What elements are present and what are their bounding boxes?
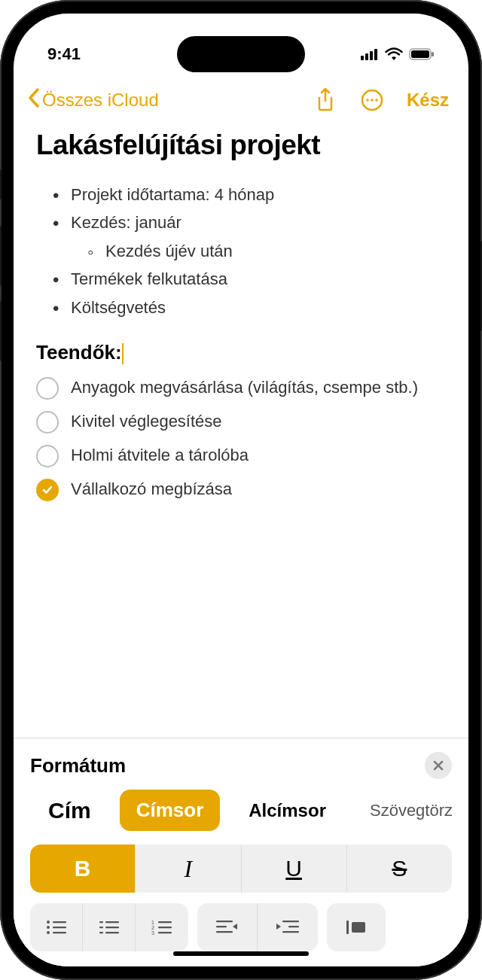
svg-point-9 (371, 99, 374, 102)
back-button[interactable]: Összes iCloud (27, 87, 159, 113)
bullet-item: Költségvetés (53, 294, 446, 321)
bold-button[interactable]: B (30, 845, 136, 893)
svg-rect-29 (216, 921, 233, 922)
svg-rect-20 (105, 927, 119, 928)
bullet-item: Kezdés: január Kezdés újév után (53, 208, 446, 265)
bullet-item: Termékek felkutatása (53, 265, 446, 293)
section-heading: Teendők: (36, 341, 124, 364)
style-heading-button[interactable]: Címsor (120, 790, 221, 831)
bulleted-list-button[interactable] (30, 903, 83, 951)
svg-rect-5 (411, 50, 429, 58)
text-style-row: B I U S (30, 845, 452, 893)
indent-button[interactable] (258, 903, 318, 951)
svg-text:3: 3 (151, 930, 154, 936)
home-indicator[interactable] (173, 951, 309, 956)
checklist-item: Vállalkozó megbízása (36, 478, 446, 501)
wifi-icon (385, 47, 403, 61)
style-title-button[interactable]: Cím (33, 790, 106, 831)
svg-point-10 (375, 99, 378, 102)
svg-rect-21 (99, 932, 103, 933)
back-label: Összes iCloud (42, 90, 159, 111)
checklist-item: Kivitel véglegesítése (36, 410, 446, 434)
svg-rect-0 (361, 56, 364, 60)
checkbox[interactable] (36, 445, 59, 467)
bullet-subitem: Kezdés újév után (87, 237, 446, 265)
chevron-left-icon (27, 87, 41, 113)
svg-rect-26 (158, 927, 172, 928)
svg-rect-18 (105, 921, 119, 923)
svg-rect-2 (370, 51, 373, 60)
style-subheading-button[interactable]: Alcímsor (233, 793, 341, 829)
checkbox[interactable] (36, 411, 59, 434)
svg-rect-34 (282, 931, 299, 933)
svg-rect-24 (158, 921, 172, 923)
checkbox-checked[interactable] (36, 479, 59, 501)
svg-rect-17 (99, 921, 103, 923)
bullet-list: Projekt időtartama: 4 hónap Kezdés: janu… (36, 181, 446, 321)
svg-text:2: 2 (151, 925, 154, 930)
svg-rect-16 (53, 932, 66, 933)
svg-point-8 (366, 99, 369, 102)
nav-bar: Összes iCloud Kész (14, 74, 468, 120)
format-panel: Formátum Cím Címsor Alcímsor Szövegtörzs… (14, 738, 468, 966)
underline-button[interactable]: U (242, 845, 347, 893)
more-button[interactable] (360, 88, 384, 112)
svg-rect-33 (288, 926, 299, 927)
svg-text:1: 1 (151, 920, 154, 925)
cellular-icon (361, 48, 379, 60)
svg-rect-19 (99, 927, 103, 928)
bullet-item: Projekt időtartama: 4 hónap (53, 181, 446, 208)
dynamic-island (177, 36, 305, 72)
svg-rect-12 (53, 921, 66, 923)
checklist: Anyagok megvásárlása (világítás, csempe … (36, 376, 446, 501)
format-title: Formátum (30, 754, 126, 778)
svg-rect-28 (158, 932, 172, 933)
svg-rect-3 (374, 49, 377, 60)
italic-button[interactable]: I (136, 845, 241, 893)
svg-point-11 (47, 921, 50, 924)
svg-rect-35 (346, 921, 349, 934)
note-content[interactable]: Lakásfelújítási projekt Projekt időtarta… (14, 120, 468, 738)
share-button[interactable] (313, 88, 337, 112)
style-body-button[interactable]: Szövegtörzs (355, 793, 452, 828)
svg-rect-1 (365, 53, 368, 60)
svg-point-13 (47, 926, 50, 929)
svg-rect-36 (352, 922, 365, 933)
svg-rect-22 (105, 932, 119, 933)
status-time: 9:41 (47, 44, 81, 64)
svg-rect-6 (432, 52, 434, 56)
numbered-list-button[interactable]: 123 (136, 903, 188, 951)
note-title: Lakásfelújítási projekt (36, 129, 446, 161)
checklist-item: Anyagok megvásárlása (világítás, csempe … (36, 376, 446, 400)
battery-icon (409, 48, 435, 60)
svg-rect-31 (216, 931, 233, 933)
outdent-button[interactable] (197, 903, 258, 951)
checkbox[interactable] (36, 377, 59, 400)
paragraph-style-row: Cím Címsor Alcímsor Szövegtörzs (30, 790, 452, 831)
close-button[interactable] (425, 752, 452, 779)
strikethrough-button[interactable]: S (347, 845, 452, 893)
block-quote-button[interactable] (327, 903, 386, 951)
dashed-list-button[interactable] (83, 903, 136, 951)
checklist-item: Holmi átvitele a tárolóba (36, 444, 446, 467)
list-row: 123 (30, 903, 452, 951)
svg-rect-14 (53, 927, 66, 928)
svg-rect-30 (216, 926, 227, 927)
done-button[interactable]: Kész (407, 90, 449, 111)
svg-rect-32 (282, 921, 299, 922)
text-cursor (122, 343, 124, 364)
svg-point-15 (47, 931, 50, 934)
